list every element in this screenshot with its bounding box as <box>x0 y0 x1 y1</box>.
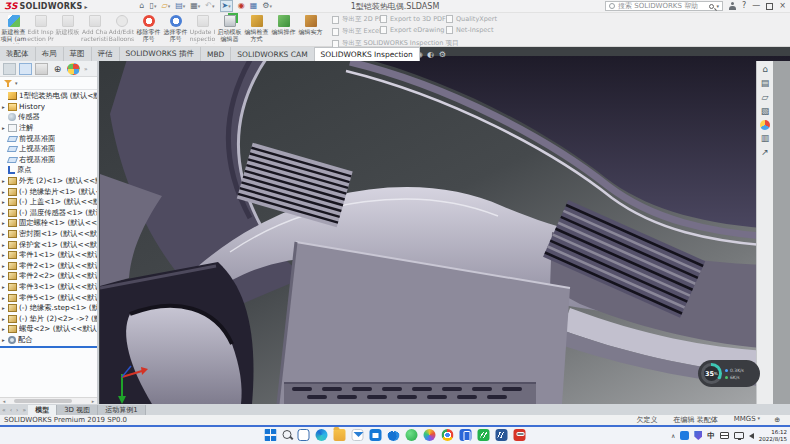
file-explorer-pane-icon[interactable]: ▱ <box>762 92 769 103</box>
scrollbar-thumb[interactable] <box>14 399 72 403</box>
file-explorer-icon[interactable] <box>334 429 346 441</box>
export-3d-pdf-button[interactable]: Export to 3D PDF <box>380 15 446 23</box>
new-inspection-project-button[interactable]: 新建检查项目 (amp;M) <box>0 13 27 47</box>
qualityxpert-button[interactable]: QualityXpert <box>446 15 497 23</box>
view-palette-icon[interactable]: ▧ <box>761 106 770 117</box>
edit-appearance-icon[interactable]: ◐▾ <box>427 50 434 60</box>
forum-icon[interactable]: ↗ <box>761 147 769 158</box>
search-button[interactable] <box>283 430 292 439</box>
start-button[interactable] <box>265 429 277 441</box>
app-icon-green-circle[interactable] <box>406 429 418 441</box>
tab-mbd[interactable]: MBD <box>201 47 231 61</box>
print-icon[interactable]: ▦▾ <box>190 1 200 11</box>
options-icon[interactable]: ⚙▾ <box>262 1 272 11</box>
panel-tabs-overflow[interactable]: » <box>84 65 88 72</box>
display-states-icon[interactable]: ◉ <box>238 1 245 11</box>
tree-item[interactable]: 传感器 <box>0 112 97 123</box>
tree-item[interactable]: ▸ (-) 上盖<1> (默认<<默认>_显示状 <box>0 197 97 208</box>
panel-horizontal-scrollbar[interactable]: ◂ ▸ <box>0 397 97 404</box>
tree-item[interactable]: ▸ (-) 绝缘垫片<1> (默认<<默认>_显 <box>0 186 97 197</box>
tab-nav-arrow[interactable]: « <box>0 405 8 415</box>
search-input[interactable]: 搜索 SOLIDWORKS 帮助 ▾ <box>605 1 723 11</box>
help-button[interactable]: ? <box>742 1 746 11</box>
edit-inspection-method-button[interactable]: 编辑检查方式 <box>243 13 270 47</box>
tree-item[interactable]: ▸ (-) 绝缘索.step<1> (默认<<默认> <box>0 303 97 314</box>
display-manager-tab-icon[interactable] <box>67 63 80 75</box>
tree-item[interactable]: 右视基准面 <box>0 155 97 166</box>
input-language-indicator[interactable]: 中 <box>707 431 715 441</box>
design-library-icon[interactable]: ▤ <box>761 78 770 89</box>
tab-assembly[interactable]: 装配体 <box>0 47 36 61</box>
edit-actual-button[interactable]: 编辑实方 <box>297 13 324 47</box>
model-viewport[interactable]: □⊞✂↻▣▾◫▾◉▾◐▾⚙▾ <box>0 47 790 404</box>
performance-overlay-badge[interactable]: 35% 0.3K/s 6K/s <box>698 360 760 387</box>
tree-item[interactable]: ▸ 零件5<1> (默认<<默认>_显示状态 <box>0 292 97 303</box>
chrome-icon[interactable] <box>442 429 454 441</box>
edge-icon[interactable] <box>316 429 328 441</box>
tab-solidworks-inspection[interactable]: SOLIDWORKS Inspection <box>315 47 420 61</box>
tree-item[interactable]: ▸ (-) 温度传感器<1> (默认<<默认>_ <box>0 208 97 219</box>
new-document-icon[interactable]: ▯▾ <box>150 1 157 11</box>
new-template-button[interactable]: 新建模板 <box>54 13 81 47</box>
app-icon-colorful[interactable] <box>424 429 436 441</box>
add-characteristic-button[interactable]: Add Characteristic <box>81 13 108 47</box>
remove-balloons-button[interactable]: 移除零件序号 <box>135 13 162 47</box>
evaluate-table-icon[interactable]: ▦ <box>250 1 258 11</box>
tree-item[interactable]: ▸ 密封圈<1> (默认<<默认>_显示状 <box>0 229 97 240</box>
close-button[interactable]: × <box>779 1 786 11</box>
tree-item[interactable]: 前视基准面 <box>0 133 97 144</box>
view-settings-icon[interactable]: ⚙▾ <box>439 50 446 60</box>
configuration-manager-tab-icon[interactable] <box>35 63 48 75</box>
tree-item[interactable]: ▸ (-) 垫片 (2)<2> ->? (默认<<默认> <box>0 313 97 324</box>
net-inspect-button[interactable]: Net-Inspect <box>446 26 497 34</box>
tab-sketch[interactable]: 草图 <box>64 47 92 61</box>
word-icon[interactable] <box>496 429 508 441</box>
mail-icon[interactable] <box>352 429 364 441</box>
search-icon[interactable] <box>709 4 714 9</box>
tab-solidworks-cam[interactable]: SOLIDWORKS CAM <box>231 47 314 61</box>
custom-properties-icon[interactable]: ▥ <box>761 133 770 144</box>
tree-item[interactable]: ▸ 零件2<2> (默认<<默认>_显示状态 <box>0 271 97 282</box>
tree-item[interactable]: ▸ 注解 <box>0 123 97 134</box>
tree-item[interactable]: ▸ 保护套<1> (默认<<默认>_显示状 <box>0 239 97 250</box>
add-edit-balloons-button[interactable]: Add/Edit Balloons <box>108 13 135 47</box>
edit-inspection-project-button[interactable]: Edit Inspection Project <box>27 13 54 47</box>
task-view-button[interactable] <box>298 429 310 441</box>
tree-item[interactable]: 原点 <box>0 165 97 176</box>
login-icon[interactable] <box>729 2 736 10</box>
select-balloons-button[interactable]: 选择零件序号 <box>162 13 189 47</box>
save-icon[interactable]: ▤▾ <box>175 1 185 11</box>
property-manager-tab-icon[interactable] <box>19 63 32 75</box>
logo-expand-arrow[interactable]: ▸ <box>84 3 87 10</box>
tab-nav-arrow[interactable]: » <box>20 405 28 415</box>
tree-item[interactable]: ▸ 零件2<1> (默认<<默认>_显示状态 <box>0 261 97 272</box>
tree-item[interactable]: 1型铠装热电偶 (默认<默认_显示状态-1> <box>0 91 97 102</box>
cast-monitor-icon[interactable] <box>734 432 744 439</box>
minimize-button[interactable]: — <box>752 1 760 11</box>
tab-evaluate[interactable]: 评估 <box>92 47 120 61</box>
model-tab[interactable]: 模型 <box>28 405 57 415</box>
wps-icon[interactable] <box>478 429 490 441</box>
feature-manager-tab-icon[interactable] <box>3 63 16 75</box>
edit-operation-button[interactable]: 编辑操作 <box>270 13 297 47</box>
home-icon[interactable]: ⌂ <box>139 1 144 11</box>
search-dropdown-caret[interactable]: ▾ <box>717 3 720 9</box>
3d-views-tab[interactable]: 3D 视图 <box>57 405 98 415</box>
launch-template-editor-button[interactable]: 启动模板编辑器 <box>216 13 243 47</box>
tree-item[interactable]: ▸ History <box>0 102 97 113</box>
appearances-scenes-icon[interactable] <box>760 120 770 130</box>
tree-item[interactable]: 上视基准面 <box>0 144 97 155</box>
tree-item[interactable]: ▸ 固定螺栓<1> (默认<<默认>_显示 <box>0 218 97 229</box>
tab-addins[interactable]: SOLIDWORKS 插件 <box>120 47 201 61</box>
open-icon[interactable]: ▱▾ <box>161 1 170 11</box>
tab-layout[interactable]: 布局 <box>36 47 64 61</box>
tree-item[interactable]: ▸ 零件1<1> (默认<<默认>_显示状态 <box>0 250 97 261</box>
filter-caret[interactable]: ▾ <box>15 80 18 86</box>
restore-button[interactable] <box>766 3 773 10</box>
tree-item[interactable]: ▸ 配合 <box>0 335 97 346</box>
store-icon[interactable] <box>370 429 382 441</box>
tree-item[interactable]: ▸ 零件3<1> (默认<<默认>_显示状态 <box>0 282 97 293</box>
dimxpert-manager-tab-icon[interactable]: ⊕ <box>51 63 64 75</box>
motion-study-tab[interactable]: 运动算例1 <box>98 405 145 415</box>
security-shield-icon[interactable] <box>694 431 702 440</box>
